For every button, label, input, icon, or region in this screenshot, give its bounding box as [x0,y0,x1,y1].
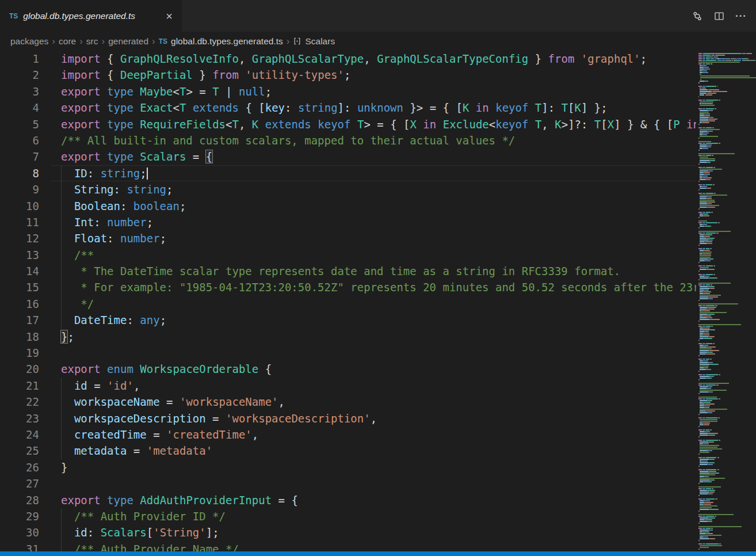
code-token: ; [344,68,350,81]
indent-guide [61,198,62,214]
minimap-line [696,302,756,303]
minimap[interactable] [696,51,756,551]
code-line[interactable]: id: Scalars['String']; [51,524,696,540]
code-token: < [173,101,180,114]
code-line[interactable]: id = 'id', [51,378,696,394]
more-actions-icon[interactable]: ··· [733,8,749,24]
code-line[interactable]: Boolean: boolean; [51,198,696,214]
code-line[interactable]: }; [51,329,696,345]
breadcrumb-item-file[interactable]: TS global.db.types.generated.ts [159,36,283,47]
minimap-line [696,388,756,389]
minimap-line [696,409,756,410]
code-token: [ [568,101,574,114]
code-line[interactable]: Int: number; [51,214,696,230]
breadcrumb-item-src[interactable]: src [86,36,98,47]
minimap-line [696,448,756,450]
code-line[interactable]: createdTime = 'createdTime', [51,426,696,443]
minimap-line [696,454,756,455]
minimap-line [696,481,756,482]
code-token: GraphQLScalarTypeConfig [377,52,528,65]
line-number: 25 [0,443,39,459]
minimap-line [696,511,756,512]
editor[interactable]: 1234567891011121314151617181920212223242… [0,51,756,551]
code-line[interactable]: import { GraphQLResolveInfo, GraphQLScal… [51,51,696,67]
minimap-line [696,67,756,68]
minimap-line [696,290,756,291]
code-line[interactable]: workspaceDescription = 'workspaceDescrip… [51,410,696,426]
minimap-line [696,70,756,71]
code-line[interactable] [51,345,696,361]
code-line[interactable]: */ [51,296,696,312]
minimap-line [696,455,756,456]
minimap-line [696,521,756,522]
code-line[interactable]: /** All built-in and custom scalars, map… [51,132,696,148]
minimap-line [696,220,756,222]
code-line[interactable]: /** Auth Provider Name */ [51,541,696,551]
line-number: 22 [0,394,39,410]
line-number: 12 [0,230,39,246]
minimap-line [696,517,756,519]
code-token: = [206,412,226,425]
code-line[interactable]: export type Exact<T extends { [key: stri… [51,100,696,116]
code-line[interactable]: /** [51,247,696,263]
code-token: : [120,200,133,212]
close-tab-icon[interactable]: × [162,9,176,23]
minimap-line [696,113,756,115]
tab-bar: TS global.db.types.generated.ts × ··· [0,0,756,32]
line-number: 3 [0,83,39,100]
code-line[interactable]: /** Auth Provider ID */ [51,508,696,524]
code-line[interactable]: ID: string; [51,165,696,181]
minimap-line [696,155,756,156]
split-editor-icon[interactable] [711,8,727,24]
breadcrumb: packages › core › src › generated › TS g… [0,32,756,51]
minimap-line [696,369,756,370]
minimap-line [696,143,756,144]
code-line[interactable]: * The DateTime scalar type represents da… [51,263,696,279]
code-line[interactable]: metadata = 'metadata' [51,443,696,459]
code-line[interactable]: export type Maybe<T> = T | null; [51,83,696,100]
minimap-line [696,258,756,260]
code-line[interactable]: } [51,459,696,475]
minimap-line [696,476,756,477]
line-number: 8 [0,165,39,181]
code-token: { [ [239,101,265,114]
code-line[interactable] [51,475,696,492]
text-cursor [147,167,148,180]
minimap-line [696,281,756,282]
breadcrumb-item-generated[interactable]: generated [108,36,148,47]
line-number: 6 [0,132,39,148]
code-line[interactable]: export type AddAuthProviderInput = { [51,492,696,508]
minimap-line [696,331,756,332]
code-line[interactable]: DateTime: any; [51,312,696,328]
code-token: = [186,150,205,163]
minimap-line [696,210,756,211]
code-line[interactable]: export enum WorkspaceOrderable { [51,361,696,377]
minimap-line [696,172,756,173]
code-line[interactable]: export type RequireFields<T, K extends k… [51,116,696,132]
code-token: K [575,101,581,114]
code-token: 'createdTime' [166,428,252,441]
breadcrumb-item-symbol-scalars[interactable]: Scalars [293,36,335,47]
code-line[interactable]: * For example: "1985-04-12T23:20:50.52Z"… [51,279,696,295]
open-changes-icon[interactable] [689,8,705,24]
minimap-line [696,383,756,384]
code-line[interactable]: Float: number; [51,230,696,246]
minimap-line [696,239,756,241]
minimap-line [696,348,756,349]
code-line[interactable]: export type Scalars = { [51,148,696,165]
breadcrumb-item-core[interactable]: core [59,36,76,47]
minimap-line [696,167,756,168]
code-token: ]: [338,101,357,114]
minimap-line [696,117,756,118]
code-line[interactable]: workspaceName = 'workspaceName', [51,394,696,410]
minimap-line [696,464,756,465]
code-line[interactable]: String: string; [51,181,696,197]
code-token: } [61,330,67,343]
tab-global-db-types-generated[interactable]: TS global.db.types.generated.ts × [0,0,182,32]
code-token: 'workspaceDescription' [226,412,371,425]
code-token [101,118,107,131]
breadcrumb-item-packages[interactable]: packages [10,36,48,47]
minimap-line [696,431,756,432]
code-line[interactable]: import { DeepPartial } from 'utility-typ… [51,67,696,83]
code-token: extends [193,101,239,114]
